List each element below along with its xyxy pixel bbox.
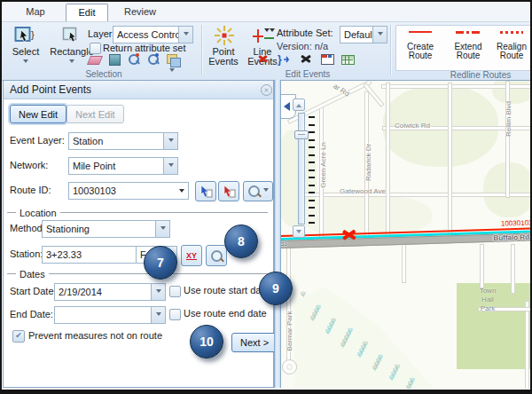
tab-map[interactable]: Map bbox=[16, 4, 55, 20]
road-rellim bbox=[505, 81, 510, 198]
network-caret-cell[interactable] bbox=[163, 158, 177, 174]
extend-route-button[interactable]: Extend Route bbox=[445, 31, 491, 60]
attribute-set-dropdown[interactable]: Default bbox=[340, 26, 387, 43]
route-id-combobox[interactable]: 10030103 bbox=[68, 182, 189, 200]
version-label: Version: n/a bbox=[277, 41, 328, 51]
select-route-on-map-button[interactable] bbox=[195, 181, 216, 201]
dates-legend-label: Dates bbox=[16, 269, 49, 280]
ribbon-separator bbox=[390, 25, 391, 75]
caret-down-icon bbox=[160, 226, 166, 232]
method-caret-cell[interactable] bbox=[155, 221, 169, 237]
new-edit-label: New Edit bbox=[19, 109, 58, 120]
tab-review[interactable]: Review bbox=[115, 4, 165, 20]
tab-edit[interactable]: Edit bbox=[66, 4, 108, 21]
close-icon[interactable]: ✕ bbox=[261, 84, 272, 96]
create-route-icon bbox=[409, 31, 432, 33]
route-id-caret[interactable] bbox=[176, 183, 188, 199]
map-canvas[interactable]: ψψψψψψψψψψψψψψψψψψψψψψψψψψψψψ 33 Buffalo… bbox=[281, 80, 530, 389]
town-hall-park-label: Town Hall Park bbox=[471, 287, 505, 313]
layer-dropdown-value: Access Control bbox=[113, 29, 178, 40]
prevent-measures-label: Prevent measures not on route bbox=[28, 330, 162, 341]
zoom-slider-handle[interactable] bbox=[294, 130, 309, 139]
callout-7-number: 7 bbox=[157, 256, 164, 270]
xy-coordinates-button[interactable]: XY bbox=[181, 245, 202, 266]
event-layer-caret-cell[interactable] bbox=[163, 133, 177, 149]
start-date-picker[interactable]: 2/19/2014 bbox=[54, 283, 166, 301]
selection-layers-icon[interactable] bbox=[166, 52, 180, 67]
event-table-icon[interactable] bbox=[340, 52, 355, 67]
street-label-colwick: Colwick Rd bbox=[395, 122, 430, 130]
realign-route-button[interactable]: Realign Route bbox=[493, 31, 530, 60]
method-label: Method: bbox=[10, 223, 45, 233]
merge-events-icon[interactable]: } bbox=[278, 52, 292, 67]
event-attributes-window-icon[interactable] bbox=[320, 52, 334, 67]
next-button[interactable]: Next > bbox=[231, 333, 278, 352]
select-dropdown-caret-icon[interactable] bbox=[23, 59, 28, 66]
road-gatewood bbox=[301, 193, 530, 197]
event-layer-dropdown[interactable]: Station bbox=[68, 132, 178, 150]
realign-route-icon bbox=[500, 31, 523, 34]
network-dropdown[interactable]: Mile Point bbox=[68, 157, 178, 175]
layer-dropdown[interactable]: Access Control bbox=[113, 26, 193, 43]
select-tool-button[interactable]: } Select bbox=[5, 25, 46, 67]
road bbox=[525, 301, 529, 389]
zoom-out-button[interactable] bbox=[293, 225, 305, 238]
svg-text:}: } bbox=[278, 53, 282, 66]
zoom-in-button[interactable] bbox=[293, 98, 305, 111]
prevent-measures-checkbox[interactable] bbox=[12, 330, 25, 343]
street-label-green-acre: Green Acre Ln bbox=[319, 142, 327, 188]
selection-fill-icon[interactable] bbox=[107, 52, 121, 67]
zoom-to-selection-icon[interactable] bbox=[127, 52, 141, 67]
use-route-end-date-label: Use route end date bbox=[184, 308, 267, 319]
end-date-picker[interactable] bbox=[54, 306, 166, 324]
panel-map-divider[interactable] bbox=[274, 80, 281, 388]
location-legend: Location bbox=[7, 208, 268, 217]
road bbox=[448, 83, 452, 239]
dates-legend: Dates bbox=[7, 269, 268, 279]
clear-selection-eraser-icon[interactable] bbox=[88, 52, 102, 67]
use-route-start-date-checkbox[interactable] bbox=[169, 286, 181, 297]
move-event-icon[interactable] bbox=[300, 52, 314, 67]
layer-dropdown-caret-cell[interactable] bbox=[178, 27, 192, 43]
route-id-value: 10030103 bbox=[69, 185, 176, 196]
marsh-symbol-icon: ψ bbox=[310, 314, 316, 321]
start-date-caret-cell[interactable] bbox=[151, 284, 165, 300]
cul-de-sac bbox=[282, 359, 297, 374]
attribute-set-caret-cell[interactable] bbox=[372, 27, 387, 43]
method-dropdown[interactable]: Stationing bbox=[42, 220, 170, 238]
next-button-label: Next > bbox=[240, 337, 269, 348]
route-zoom-dropdown-button[interactable] bbox=[243, 181, 273, 201]
marsh-symbol-icon: ψ bbox=[406, 383, 411, 389]
create-route-button[interactable]: Create Route bbox=[397, 31, 443, 60]
pan-to-selection-icon[interactable] bbox=[146, 52, 160, 67]
ribbon-separator bbox=[201, 25, 202, 75]
magnifier-icon bbox=[211, 250, 223, 262]
zoom-slider-track[interactable] bbox=[298, 113, 305, 225]
clear-route-selection-button[interactable] bbox=[218, 181, 239, 201]
next-edit-label: Next Edit bbox=[75, 109, 115, 120]
route-id-label: Route ID: bbox=[10, 185, 51, 195]
event-layer-label: Event Layer: bbox=[10, 135, 65, 146]
use-route-end-date-checkbox[interactable] bbox=[169, 309, 181, 320]
end-date-caret-cell[interactable] bbox=[151, 307, 165, 323]
station-input[interactable]: 3+23.33 bbox=[42, 246, 139, 264]
end-date-label: End Date: bbox=[10, 309, 53, 319]
station-tick-label: 33 bbox=[281, 241, 287, 247]
split-event-icon[interactable] bbox=[256, 52, 270, 67]
marsh-symbol-icon: ψ bbox=[357, 351, 363, 358]
collapse-left-icon bbox=[284, 102, 290, 111]
panel-title: Add Point Events bbox=[10, 83, 91, 96]
rectangle-dropdown-caret-icon[interactable] bbox=[69, 59, 74, 66]
station-zoom-button[interactable] bbox=[206, 245, 227, 266]
red-pointer-icon bbox=[223, 185, 236, 198]
extend-route-label: Extend Route bbox=[445, 43, 491, 60]
caret-down-icon bbox=[156, 289, 161, 296]
street-label-gatewood: Gatewood Ave bbox=[340, 187, 386, 195]
use-route-start-date-label: Use route start date bbox=[184, 285, 270, 296]
callout-9-number: 9 bbox=[272, 281, 279, 296]
new-edit-button[interactable]: New Edit bbox=[10, 105, 66, 123]
point-events-button[interactable]: Point Events bbox=[206, 25, 243, 67]
selection-more-caret-icon[interactable] bbox=[169, 68, 175, 75]
zoom-slider-ticks bbox=[309, 116, 315, 230]
next-edit-button[interactable]: Next Edit bbox=[66, 105, 124, 123]
